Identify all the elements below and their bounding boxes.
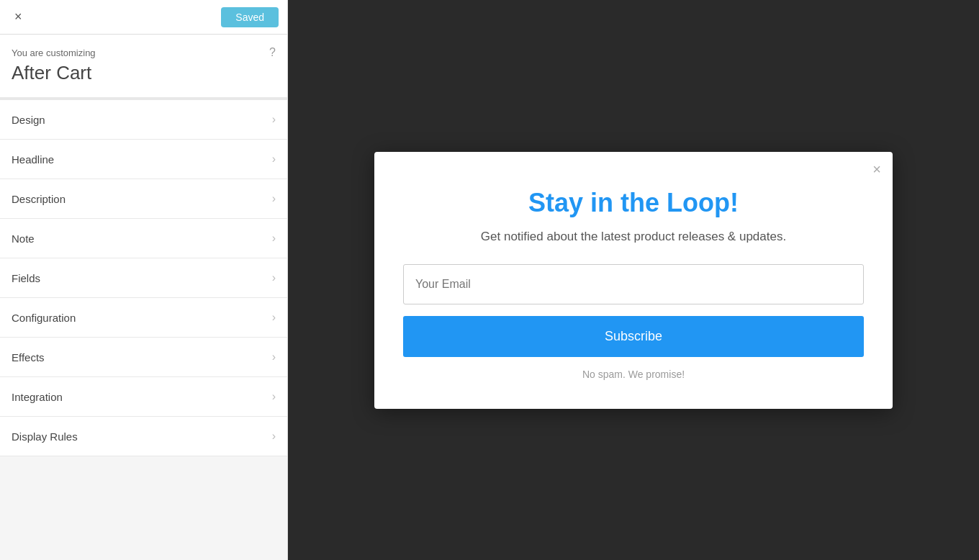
subscribe-button[interactable]: Subscribe	[403, 316, 864, 357]
sidebar-item-display-rules[interactable]: Display Rules ›	[0, 417, 287, 456]
menu-item-label: Design	[12, 114, 45, 126]
modal: × Stay in the Loop! Get notified about t…	[374, 152, 893, 409]
chevron-right-icon: ›	[272, 311, 276, 324]
sidebar-item-fields[interactable]: Fields ›	[0, 258, 287, 298]
customizing-text: You are customizing	[12, 48, 96, 58]
customizing-label: You are customizing ?	[12, 46, 276, 59]
sidebar-item-effects[interactable]: Effects ›	[0, 338, 287, 377]
modal-title: Stay in the Loop!	[403, 188, 864, 218]
chevron-right-icon: ›	[272, 430, 276, 443]
menu-item-label: Integration	[12, 391, 63, 403]
help-icon[interactable]: ?	[269, 46, 276, 59]
modal-description: Get notified about the latest product re…	[403, 230, 864, 244]
sidebar-item-headline[interactable]: Headline ›	[0, 140, 287, 179]
chevron-right-icon: ›	[272, 113, 276, 126]
sidebar: × Saved You are customizing ? After Cart…	[0, 0, 288, 560]
menu-item-label: Description	[12, 193, 66, 205]
menu-item-label: Fields	[12, 272, 40, 284]
sidebar-item-design[interactable]: Design ›	[0, 100, 287, 140]
customizing-section: You are customizing ? After Cart	[0, 35, 287, 100]
menu-item-label: Display Rules	[12, 430, 78, 443]
close-button[interactable]: ×	[9, 6, 28, 27]
email-input[interactable]	[403, 264, 864, 304]
sidebar-header: × Saved	[0, 0, 287, 35]
chevron-right-icon: ›	[272, 192, 276, 205]
chevron-right-icon: ›	[272, 232, 276, 245]
sidebar-item-description[interactable]: Description ›	[0, 179, 287, 219]
menu-item-label: Note	[12, 232, 35, 245]
main-content: × Stay in the Loop! Get notified about t…	[288, 0, 979, 560]
modal-close-button[interactable]: ×	[872, 162, 881, 176]
menu-item-label: Configuration	[12, 312, 76, 324]
menu-list: Design › Headline › Description › Note ›…	[0, 100, 287, 560]
sidebar-item-integration[interactable]: Integration ›	[0, 377, 287, 417]
sidebar-item-configuration[interactable]: Configuration ›	[0, 298, 287, 338]
no-spam-text: No spam. We promise!	[403, 369, 864, 380]
chevron-right-icon: ›	[272, 351, 276, 363]
saved-button[interactable]: Saved	[221, 7, 279, 27]
menu-item-label: Headline	[12, 153, 54, 166]
chevron-right-icon: ›	[272, 390, 276, 403]
sidebar-item-note[interactable]: Note ›	[0, 219, 287, 258]
chevron-right-icon: ›	[272, 271, 276, 284]
chevron-right-icon: ›	[272, 153, 276, 166]
customizing-name: After Cart	[12, 62, 276, 84]
menu-item-label: Effects	[12, 351, 45, 363]
